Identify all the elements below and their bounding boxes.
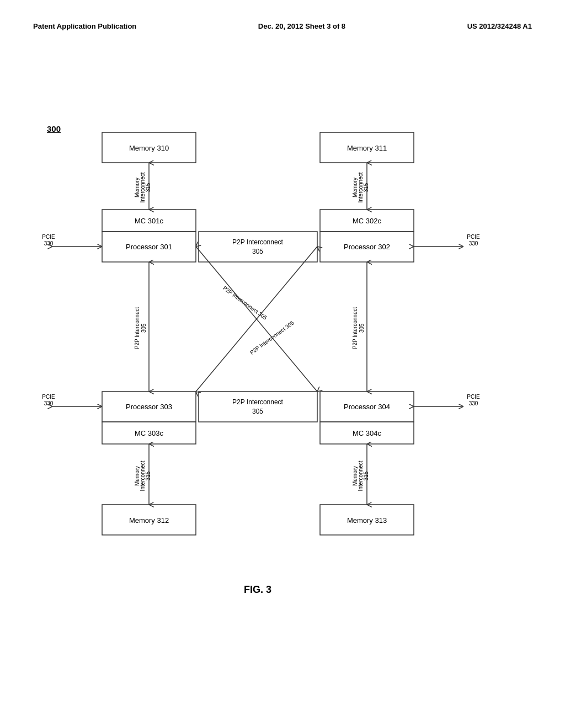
svg-text:Processor 302: Processor 302 [344, 243, 390, 251]
header-center: Dec. 20, 2012 Sheet 3 of 8 [258, 22, 345, 30]
svg-text:315: 315 [145, 471, 151, 480]
diagram-svg: Memory 310 Memory 311 MC 301c Processor … [0, 47, 565, 681]
svg-text:305: 305 [252, 248, 263, 255]
page-header: Patent Application Publication Dec. 20, … [0, 0, 565, 41]
svg-text:FIG. 3: FIG. 3 [244, 584, 271, 595]
svg-text:PCIE: PCIE [42, 394, 55, 400]
svg-text:330: 330 [44, 240, 54, 247]
svg-text:305: 305 [359, 323, 365, 333]
svg-line-54 [196, 247, 317, 392]
svg-text:305: 305 [141, 323, 147, 333]
svg-rect-28 [320, 505, 414, 535]
svg-rect-22 [320, 392, 414, 422]
svg-rect-4 [102, 210, 196, 232]
svg-text:330: 330 [469, 400, 478, 406]
svg-text:P2P Interconnect: P2P Interconnect [352, 307, 358, 350]
svg-text:Processor 303: Processor 303 [126, 403, 172, 411]
svg-text:Memory 311: Memory 311 [347, 144, 387, 152]
svg-text:305: 305 [252, 408, 263, 415]
svg-text:Processor 301: Processor 301 [126, 243, 172, 251]
svg-text:Interconnect: Interconnect [358, 172, 364, 202]
svg-text:P2P Interconnect: P2P Interconnect [134, 307, 140, 350]
svg-text:PCIE: PCIE [467, 234, 480, 240]
svg-rect-6 [102, 232, 196, 262]
svg-text:315: 315 [363, 183, 369, 192]
header-right: US 2012/324248 A1 [467, 22, 532, 30]
svg-text:Memory: Memory [352, 178, 358, 197]
svg-text:330: 330 [469, 240, 478, 247]
svg-text:P2P Interconnect 305: P2P Interconnect 305 [222, 285, 268, 322]
svg-rect-26 [102, 505, 196, 535]
svg-text:P2P Interconnect: P2P Interconnect [232, 398, 284, 406]
svg-text:Processor 304: Processor 304 [344, 403, 390, 411]
diagram-label-300: 300 [47, 124, 61, 133]
svg-text:PCIE: PCIE [42, 234, 55, 240]
header-left: Patent Application Publication [33, 22, 136, 30]
svg-text:Memory: Memory [352, 466, 358, 486]
svg-text:315: 315 [363, 471, 369, 480]
svg-text:MC 303c: MC 303c [135, 429, 164, 437]
svg-rect-24 [320, 422, 414, 444]
svg-rect-15 [102, 392, 196, 422]
svg-text:Memory 310: Memory 310 [129, 144, 169, 152]
svg-rect-17 [102, 422, 196, 444]
svg-rect-8 [320, 210, 414, 232]
svg-rect-2 [320, 132, 414, 163]
svg-text:Interconnect: Interconnect [140, 461, 146, 491]
svg-text:Interconnect: Interconnect [140, 172, 146, 202]
svg-line-52 [196, 247, 317, 392]
diagram-container: 300 Memory 310 Memory 311 MC 301c Proces… [0, 47, 565, 681]
svg-rect-12 [199, 232, 317, 262]
svg-text:Memory: Memory [134, 178, 140, 197]
svg-text:MC 304c: MC 304c [353, 429, 382, 437]
svg-text:P2P Interconnect: P2P Interconnect [232, 238, 284, 246]
svg-text:Memory 312: Memory 312 [129, 516, 169, 524]
svg-rect-0 [102, 132, 196, 163]
svg-text:MC 301c: MC 301c [135, 217, 164, 225]
svg-text:330: 330 [44, 400, 54, 406]
svg-rect-19 [199, 392, 317, 422]
svg-text:Memory: Memory [134, 466, 140, 486]
svg-text:MC 302c: MC 302c [353, 217, 382, 225]
svg-text:Interconnect: Interconnect [358, 461, 364, 491]
svg-text:P2P Interconnect 305: P2P Interconnect 305 [249, 319, 295, 356]
svg-rect-10 [320, 232, 414, 262]
svg-text:315: 315 [145, 183, 151, 192]
svg-text:PCIE: PCIE [467, 394, 480, 400]
svg-text:Memory 313: Memory 313 [347, 516, 387, 524]
